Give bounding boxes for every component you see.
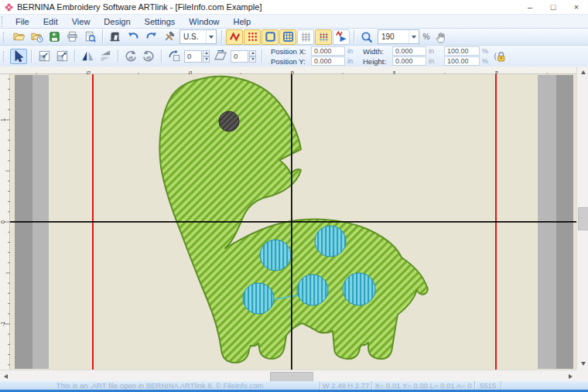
sewing-machine-icon	[108, 30, 122, 43]
rotate-cw-45-button[interactable]: 45	[140, 49, 157, 64]
pan-button[interactable]	[432, 29, 450, 45]
open-button[interactable]	[10, 29, 27, 45]
horizontal-ruler: -2-1012	[10, 66, 576, 74]
menu-bar: File Edit View Design Settings Window He…	[0, 14, 588, 28]
scroll-up-icon[interactable]	[577, 66, 588, 78]
open-recent-button[interactable]	[28, 29, 45, 45]
horizontal-scrollbar[interactable]	[0, 370, 576, 381]
embroidery-design[interactable]	[10, 74, 576, 370]
menu-file[interactable]: File	[9, 15, 36, 28]
show-hoop-template-toggle[interactable]	[279, 29, 296, 45]
zoom-value: 190	[378, 32, 409, 41]
save-button[interactable]	[46, 29, 63, 45]
dinosaur-spot[interactable]	[260, 240, 291, 271]
menu-design[interactable]: Design	[97, 15, 137, 28]
show-needle-points-toggle[interactable]	[244, 29, 261, 45]
menu-view[interactable]: View	[65, 15, 97, 28]
title-bar[interactable]: BERNINA Embroidery Software ARTlink - [F…	[0, 0, 588, 14]
rotate-ccw-45-button[interactable]: 45	[122, 49, 139, 64]
rotate-free-button[interactable]	[166, 49, 183, 64]
maximize-button[interactable]: □	[542, 0, 565, 14]
skew-angle-stepper[interactable]	[249, 50, 256, 63]
skew-button[interactable]	[212, 49, 229, 64]
lock-proportions-button[interactable]	[492, 49, 509, 64]
scale-x-input[interactable]: 100.00	[444, 46, 480, 56]
dinosaur-spot[interactable]	[343, 273, 375, 305]
design-canvas[interactable]	[10, 74, 576, 370]
dinosaur-spot[interactable]	[243, 283, 274, 314]
units-value: U.S.	[180, 32, 206, 41]
toolbar-separator	[221, 30, 223, 43]
scale-down-button[interactable]	[36, 49, 53, 64]
stitch-player-button[interactable]	[333, 29, 350, 45]
zoom-percent-button[interactable]: %	[421, 29, 432, 45]
needle-points-icon	[246, 30, 259, 43]
rotate-angle-stepper[interactable]	[203, 50, 210, 63]
height-input[interactable]: 0.000	[392, 56, 426, 66]
skew-icon	[214, 49, 227, 63]
redo-button[interactable]	[142, 29, 159, 45]
crosshair-vertical	[291, 74, 292, 370]
stepper-down-icon[interactable]	[203, 56, 210, 63]
dinosaur-spot[interactable]	[297, 274, 328, 305]
position-x-input[interactable]: 0.000	[311, 46, 345, 56]
position-y-unit: in	[345, 57, 357, 65]
position-y-input[interactable]: 0.000	[311, 56, 345, 66]
toolbar-separator	[354, 30, 355, 43]
magnifier-icon	[360, 30, 374, 44]
scroll-down-icon[interactable]	[577, 358, 588, 370]
width-input[interactable]: 0.000	[392, 46, 426, 56]
scroll-right-icon[interactable]	[565, 370, 576, 382]
close-button[interactable]: ×	[565, 0, 588, 14]
scale-y-input[interactable]: 100.00	[444, 56, 480, 66]
print-preview-button[interactable]	[81, 29, 98, 45]
write-to-machine-button[interactable]	[107, 29, 124, 45]
dinosaur-body[interactable]	[159, 77, 427, 363]
show-hoop-toggle[interactable]	[262, 29, 279, 45]
rotate-angle-input[interactable]: 0	[184, 50, 202, 63]
status-cursor-coords: X= 0.01 Y= 0.00 L= 0.01 A= 0	[371, 381, 474, 390]
zoom-factor-dropdown[interactable]: 190	[378, 29, 419, 44]
select-arrow-icon	[12, 49, 26, 63]
zoom-button[interactable]	[358, 29, 375, 45]
stepper-up-icon[interactable]	[203, 50, 210, 56]
show-stitches-toggle[interactable]	[226, 29, 243, 45]
toolbar-grip	[3, 51, 7, 62]
vertical-scroll-thumb[interactable]	[578, 207, 588, 230]
vertical-scrollbar[interactable]	[576, 66, 588, 370]
scale-down-icon	[38, 49, 51, 63]
scale-up-button[interactable]	[53, 49, 70, 64]
dinosaur-spot[interactable]	[315, 226, 346, 257]
scroll-left-icon[interactable]	[0, 370, 12, 382]
menu-help[interactable]: Help	[226, 15, 258, 28]
position-x-label: Position X:	[271, 47, 311, 56]
tools-icon	[162, 30, 176, 43]
status-message: This is an .ART file open in BERNINA ART…	[0, 381, 320, 390]
menu-settings[interactable]: Settings	[138, 15, 183, 28]
select-tool-button[interactable]	[10, 49, 27, 64]
mirror-horizontal-button[interactable]	[79, 49, 96, 64]
save-floppy-icon	[48, 30, 61, 43]
stepper-down-icon[interactable]	[249, 56, 256, 63]
mirror-vertical-button[interactable]	[97, 49, 114, 64]
show-grid-toggle[interactable]	[297, 29, 314, 45]
percent-icon: %	[423, 32, 430, 41]
menu-edit[interactable]: Edit	[36, 15, 65, 28]
undo-button[interactable]	[125, 29, 142, 45]
dinosaur-eye[interactable]	[219, 111, 239, 131]
minimize-button[interactable]: –	[518, 0, 542, 14]
tools-button[interactable]	[160, 29, 177, 45]
stepper-up-icon[interactable]	[249, 50, 256, 56]
app-icon	[5, 3, 13, 12]
skew-angle-input[interactable]: 0	[231, 50, 248, 63]
toolbar-grip	[2, 16, 5, 27]
open-folder-icon	[12, 30, 26, 43]
svg-text:45: 45	[128, 55, 133, 60]
svg-text:1: 1	[0, 118, 5, 121]
rotate-cw-45-icon: 45	[142, 49, 156, 63]
show-grid-points-toggle[interactable]	[315, 29, 332, 45]
print-button[interactable]	[63, 29, 80, 45]
menu-window[interactable]: Window	[182, 15, 226, 28]
units-dropdown[interactable]: U.S.	[179, 29, 217, 44]
chevron-down-icon	[206, 30, 216, 43]
